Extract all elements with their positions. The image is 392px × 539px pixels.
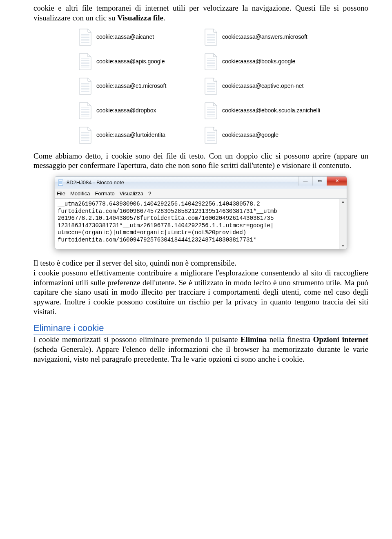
scrollbar-vertical[interactable]: ▲ ▼ <box>339 199 347 249</box>
heading-eliminare-cookie: Eliminare i cookie <box>33 322 368 335</box>
cookie-file-item[interactable]: cookie:aassa@c1.microsoft <box>78 78 204 95</box>
close-button[interactable]: ✕ <box>327 177 347 186</box>
intro-paragraph: cookie e altri file temporanei di intern… <box>33 3 368 23</box>
cookie-file-grid: cookie:aassa@aicanet cookie:aassa@answer… <box>78 29 368 144</box>
file-row: cookie:aassa@apis.google cookie:aassa@bo… <box>78 53 368 70</box>
menu-visualizza[interactable]: Visualizza <box>120 190 143 197</box>
intro-bold-1: Visualizza file <box>117 13 163 22</box>
text-file-icon <box>78 53 92 70</box>
cookie-file-label: cookie:aassa@captive.open-net <box>222 83 303 89</box>
cookie-file-label: cookie:aassa@aicanet <box>96 34 154 40</box>
notepad-menubar: File Modifica Formato Visualizza ? <box>55 189 347 199</box>
scroll-down-icon[interactable]: ▼ <box>341 244 345 248</box>
cookie-file-item[interactable]: cookie:aassa@captive.open-net <box>204 78 335 95</box>
cookie-file-label: cookie:aassa@c1.microsoft <box>96 83 166 89</box>
intro-text-2: . <box>163 13 165 22</box>
text-file-icon <box>78 127 92 144</box>
cookie-file-label: cookie:aassa@answers.microsoft <box>222 34 307 40</box>
cookie-file-item[interactable]: cookie:aassa@furtoidentita <box>78 127 204 144</box>
menu-file[interactable]: File <box>57 190 65 197</box>
text-file-icon <box>204 102 218 119</box>
minimize-button[interactable]: — <box>298 177 312 186</box>
text-file-icon <box>204 78 218 95</box>
notepad-title: 8D2HJ084 - Blocco note <box>67 179 298 186</box>
text-file-icon <box>204 29 218 46</box>
notepad-content[interactable]: __utma26196778.643930906.1404292256.1404… <box>55 199 339 249</box>
paragraph-open-cookie: Come abbiamo detto, i cookie sono dei fi… <box>33 151 368 171</box>
scroll-up-icon[interactable]: ▲ <box>341 200 345 204</box>
cookie-file-label: cookie:aassa@ebook.scuola.zanichelli <box>222 107 320 114</box>
text-file-icon <box>204 53 218 70</box>
cookie-file-label: cookie:aassa@dropbox <box>96 107 156 114</box>
text-file-icon <box>78 29 92 46</box>
maximize-button[interactable]: ▭ <box>312 177 327 186</box>
notepad-icon <box>58 179 64 186</box>
window-buttons: — ▭ ✕ <box>298 177 347 189</box>
cookie-file-item[interactable]: cookie:aassa@books.google <box>204 53 335 70</box>
p4-text-2: nella finestra <box>267 335 313 344</box>
notepad-body: __utma26196778.643930906.1404292256.1404… <box>55 199 347 249</box>
cookie-file-label: cookie:aassa@google <box>222 132 278 138</box>
menu-formato[interactable]: Formato <box>95 190 114 197</box>
text-file-icon <box>204 127 218 144</box>
cookie-file-item[interactable]: cookie:aassa@aicanet <box>78 29 204 46</box>
cookie-file-item[interactable]: cookie:aassa@google <box>204 127 335 144</box>
cookie-file-item[interactable]: cookie:aassa@ebook.scuola.zanichelli <box>204 102 335 119</box>
paragraph-delete-cookie: I cookie memorizzati si possono eliminar… <box>33 335 368 364</box>
cookie-file-item[interactable]: cookie:aassa@apis.google <box>78 53 204 70</box>
cookie-file-label: cookie:aassa@books.google <box>222 58 295 65</box>
menu-help[interactable]: ? <box>148 190 151 197</box>
intro-text-1: cookie e altri file temporanei di intern… <box>33 4 368 22</box>
text-file-icon <box>78 78 92 95</box>
file-row: cookie:aassa@dropbox cookie:aassa@ebook.… <box>78 102 368 119</box>
p4-text-3: (scheda Generale). Appare l'elenco delle… <box>33 345 368 363</box>
file-row: cookie:aassa@furtoidentita cookie:aassa@… <box>78 127 368 144</box>
menu-modifica[interactable]: Modifica <box>70 190 90 197</box>
notepad-titlebar[interactable]: 8D2HJ084 - Blocco note — ▭ ✕ <box>55 177 347 189</box>
paragraph-cookie-explain: Il testo è codice per il server del sito… <box>33 258 368 317</box>
cookie-file-label: cookie:aassa@apis.google <box>96 58 165 65</box>
p4-text-1: I cookie memorizzati si possono eliminar… <box>33 335 241 344</box>
file-row: cookie:aassa@aicanet cookie:aassa@answer… <box>78 29 368 46</box>
text-file-icon <box>78 102 92 119</box>
notepad-window: 8D2HJ084 - Blocco note — ▭ ✕ File Modifi… <box>55 176 347 249</box>
p4-bold-1: Elimina <box>241 335 267 344</box>
file-row: cookie:aassa@c1.microsoft cookie:aassa@c… <box>78 78 368 95</box>
cookie-file-label: cookie:aassa@furtoidentita <box>96 132 165 138</box>
cookie-file-item[interactable]: cookie:aassa@answers.microsoft <box>204 29 335 46</box>
cookie-file-item[interactable]: cookie:aassa@dropbox <box>78 102 204 119</box>
p4-bold-2: Opzioni internet <box>313 335 368 344</box>
